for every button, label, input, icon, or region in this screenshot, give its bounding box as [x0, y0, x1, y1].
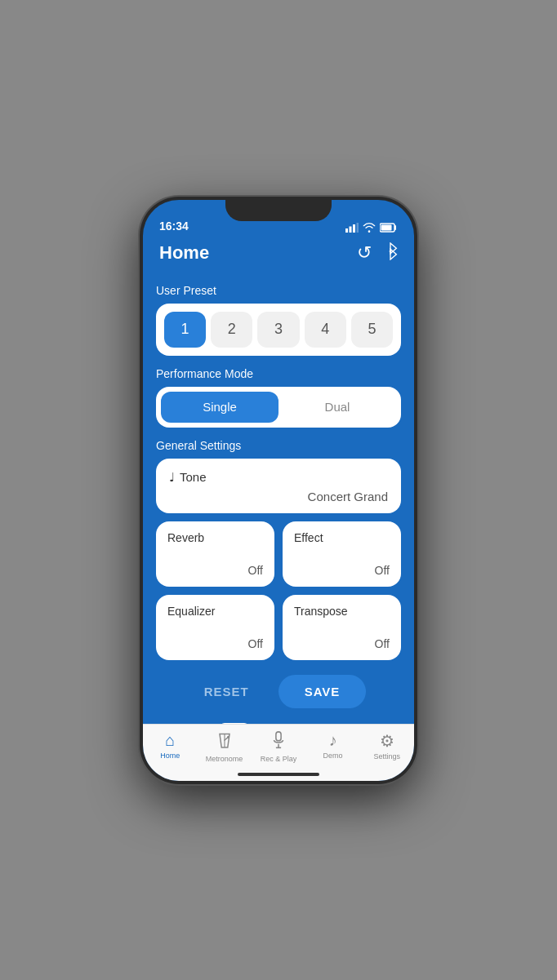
- wifi-icon: [363, 223, 376, 233]
- user-preset-container: 1 2 3 4 5: [156, 304, 401, 356]
- general-settings-label: General Settings: [156, 439, 401, 452]
- transpose-card[interactable]: Transpose Off: [283, 595, 401, 660]
- action-row: RESET SAVE: [156, 668, 401, 716]
- effect-card[interactable]: Effect Off: [283, 521, 401, 587]
- preset-btn-1[interactable]: 1: [164, 312, 206, 348]
- nav-metronome[interactable]: Metronome: [197, 729, 251, 763]
- status-icons: [345, 223, 398, 233]
- demo-icon: ♪: [328, 731, 336, 750]
- notch: [225, 200, 332, 221]
- battery-icon: [380, 223, 398, 233]
- mic-icon: [273, 731, 284, 753]
- svg-point-16: [227, 735, 229, 738]
- settings-icon: ⚙: [380, 731, 394, 751]
- equalizer-card[interactable]: Equalizer Off: [156, 595, 274, 660]
- svg-rect-0: [345, 228, 348, 233]
- preset-btn-5[interactable]: 5: [351, 312, 393, 348]
- nav-demo-label: Demo: [323, 752, 342, 760]
- nav-home[interactable]: ⌂ Home: [143, 729, 197, 760]
- svg-rect-3: [357, 223, 359, 233]
- reverb-label: Reverb: [167, 531, 263, 544]
- home-bar: [238, 773, 319, 776]
- preset-btn-3[interactable]: 3: [257, 312, 299, 348]
- performance-mode-label: Performance Mode: [156, 367, 401, 380]
- nav-settings-label: Settings: [374, 752, 401, 760]
- svg-rect-2: [353, 224, 355, 233]
- header-actions: ↺: [357, 242, 398, 264]
- reverb-card[interactable]: Reverb Off: [156, 521, 274, 587]
- save-button[interactable]: SAVE: [278, 675, 367, 708]
- equalizer-value: Off: [167, 637, 263, 650]
- transpose-value: Off: [294, 637, 390, 650]
- svg-rect-1: [350, 226, 352, 233]
- nav-rec-play[interactable]: Rec & Play: [252, 729, 305, 763]
- refresh-icon[interactable]: ↺: [357, 242, 372, 264]
- tone-value: Concert Grand: [169, 490, 388, 503]
- bluetooth-icon[interactable]: [383, 242, 398, 264]
- app-header: Home ↺: [143, 236, 414, 274]
- status-time: 16:34: [159, 220, 189, 233]
- nav-metronome-label: Metronome: [206, 755, 243, 763]
- settings-grid-row1: Reverb Off Effect Off: [156, 521, 401, 587]
- nav-home-label: Home: [160, 752, 180, 760]
- nav-settings[interactable]: ⚙ Settings: [360, 729, 414, 760]
- equalizer-label: Equalizer: [167, 605, 263, 618]
- tone-icon: ♩: [169, 470, 175, 485]
- effect-value: Off: [294, 564, 390, 577]
- svg-point-6: [390, 250, 392, 252]
- transpose-label: Transpose: [294, 605, 390, 618]
- tone-label: Tone: [180, 470, 207, 484]
- perf-dual-btn[interactable]: Dual: [278, 392, 396, 423]
- nav-demo[interactable]: ♪ Demo: [305, 729, 359, 760]
- logo-area: adsilent2 enjoy your piano: [156, 716, 401, 724]
- preset-btn-4[interactable]: 4: [305, 312, 346, 348]
- effect-label: Effect: [294, 531, 390, 544]
- main-content: User Preset 1 2 3 4 5 Performance Mode S…: [143, 274, 414, 724]
- perf-single-btn[interactable]: Single: [161, 392, 278, 423]
- reset-button[interactable]: RESET: [191, 676, 262, 707]
- svg-rect-17: [276, 731, 281, 740]
- reverb-value: Off: [167, 564, 263, 577]
- page-title: Home: [159, 242, 209, 264]
- nav-rec-play-label: Rec & Play: [261, 755, 297, 763]
- home-icon: ⌂: [165, 731, 175, 750]
- tone-card[interactable]: ♩ Tone Concert Grand: [156, 459, 401, 513]
- user-preset-label: User Preset: [156, 284, 401, 297]
- settings-grid-row2: Equalizer Off Transpose Off: [156, 595, 401, 660]
- signal-icon: [345, 223, 359, 233]
- metronome-icon: [217, 731, 232, 753]
- tone-header: ♩ Tone: [169, 470, 388, 485]
- preset-btn-2[interactable]: 2: [211, 312, 252, 348]
- performance-mode-container: Single Dual: [156, 387, 401, 428]
- svg-rect-5: [381, 224, 392, 230]
